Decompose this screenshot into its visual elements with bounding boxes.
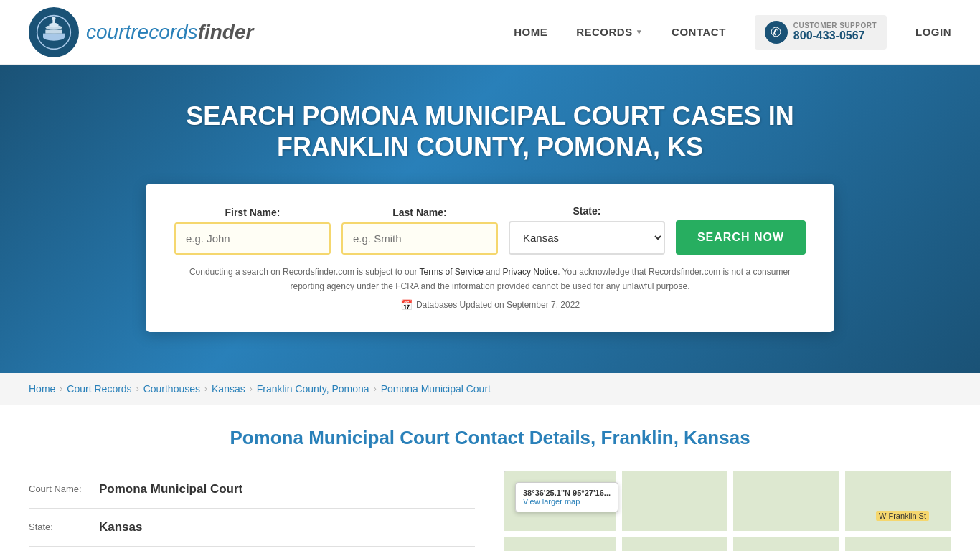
search-box: First Name: Last Name: State: AlabamaAla… xyxy=(146,184,834,331)
tos-link[interactable]: Terms of Service xyxy=(420,267,484,277)
first-name-group: First Name: xyxy=(174,207,331,255)
breadcrumb-sep-1: › xyxy=(60,384,62,394)
map-street-label: W Franklin St xyxy=(876,511,929,521)
state-select[interactable]: AlabamaAlaskaArizonaArkansasCaliforniaCo… xyxy=(509,221,665,255)
logo-icon xyxy=(29,7,79,57)
support-number: 800-433-0567 xyxy=(793,29,877,42)
last-name-input[interactable] xyxy=(341,222,498,255)
state-label: State: xyxy=(509,205,665,217)
map-area[interactable]: 38°36'25.1"N 95°27'16... View larger map… xyxy=(504,471,951,551)
support-phone-icon: ✆ xyxy=(765,21,788,44)
svg-point-7 xyxy=(52,17,56,20)
breadcrumb-franklin[interactable]: Franklin County, Pomona xyxy=(257,383,369,395)
view-larger-link[interactable]: View larger map xyxy=(523,497,611,506)
road-v2 xyxy=(727,471,733,551)
court-name-row: Court Name: Pomona Municipal Court xyxy=(29,471,475,509)
details-table: Court Name: Pomona Municipal Court State… xyxy=(29,471,475,551)
nav-home[interactable]: HOME xyxy=(514,26,547,38)
privacy-link[interactable]: Privacy Notice xyxy=(503,267,558,277)
breadcrumb-kansas[interactable]: Kansas xyxy=(212,383,245,395)
map-coords: 38°36'25.1"N 95°27'16... xyxy=(523,489,611,497)
breadcrumb-sep-5: › xyxy=(374,384,377,394)
map-tooltip[interactable]: 38°36'25.1"N 95°27'16... View larger map xyxy=(515,482,618,512)
site-header: courtrecordsfinder HOME RECORDS ▼ CONTAC… xyxy=(0,0,980,65)
nav-contact[interactable]: CONTACT xyxy=(672,26,726,38)
logo-finder: finder xyxy=(198,21,254,43)
nav-records[interactable]: RECORDS ▼ xyxy=(576,26,643,38)
map-placeholder: 38°36'25.1"N 95°27'16... View larger map… xyxy=(504,471,951,551)
details-map-row: Court Name: Pomona Municipal Court State… xyxy=(29,471,951,551)
hero-title: SEARCH POMONA MUNICIPAL COURT CASES IN F… xyxy=(167,100,813,162)
state-detail-value: Kansas xyxy=(99,520,142,534)
logo-area[interactable]: courtrecordsfinder xyxy=(29,7,253,57)
breadcrumb-sep-2: › xyxy=(136,384,139,394)
first-name-input[interactable] xyxy=(174,222,331,255)
calendar-icon: 📅 xyxy=(400,299,413,311)
logo-text: courtrecordsfinder xyxy=(86,21,253,44)
logo-court: courtrecords xyxy=(86,21,198,43)
court-name-value: Pomona Municipal Court xyxy=(99,482,242,496)
search-now-button[interactable]: SEARCH NOW xyxy=(676,220,806,255)
support-text: CUSTOMER SUPPORT 800-433-0567 xyxy=(793,22,877,42)
breadcrumb-courthouses[interactable]: Courthouses xyxy=(143,383,200,395)
last-name-label: Last Name: xyxy=(341,207,498,218)
svg-rect-2 xyxy=(43,33,65,37)
state-row: State: Kansas xyxy=(29,509,475,547)
support-area[interactable]: ✆ CUSTOMER SUPPORT 800-433-0567 xyxy=(755,15,887,50)
page-heading: Pomona Municipal Court Contact Details, … xyxy=(29,427,951,449)
login-button[interactable]: LOGIN xyxy=(915,26,951,38)
first-name-label: First Name: xyxy=(174,207,331,218)
disclaimer-text: Conducting a search on Recordsfinder.com… xyxy=(174,265,806,293)
breadcrumb-sep-3: › xyxy=(204,384,207,394)
search-fields: First Name: Last Name: State: AlabamaAla… xyxy=(174,205,806,255)
road-v3 xyxy=(839,471,845,551)
db-updated-text: 📅 Databases Updated on September 7, 2022 xyxy=(174,299,806,311)
main-content: Pomona Municipal Court Contact Details, … xyxy=(0,405,980,551)
main-nav: HOME RECORDS ▼ CONTACT ✆ CUSTOMER SUPPOR… xyxy=(514,15,951,50)
svg-rect-3 xyxy=(45,29,62,33)
hero-section: SEARCH POMONA MUNICIPAL COURT CASES IN F… xyxy=(0,65,980,373)
court-name-label: Court Name: xyxy=(29,482,93,494)
last-name-group: Last Name: xyxy=(341,207,498,255)
breadcrumb-court-records[interactable]: Court Records xyxy=(67,383,131,395)
breadcrumb-home[interactable]: Home xyxy=(29,383,55,395)
state-group: State: AlabamaAlaskaArizonaArkansasCalif… xyxy=(509,205,665,255)
breadcrumb-sep-4: › xyxy=(250,384,253,394)
breadcrumb-current: Pomona Municipal Court xyxy=(381,383,491,395)
breadcrumb-bar: Home › Court Records › Courthouses › Kan… xyxy=(0,373,980,405)
chevron-down-icon: ▼ xyxy=(636,28,643,36)
support-label: CUSTOMER SUPPORT xyxy=(793,22,877,29)
breadcrumb: Home › Court Records › Courthouses › Kan… xyxy=(29,383,951,395)
state-detail-label: State: xyxy=(29,520,93,532)
